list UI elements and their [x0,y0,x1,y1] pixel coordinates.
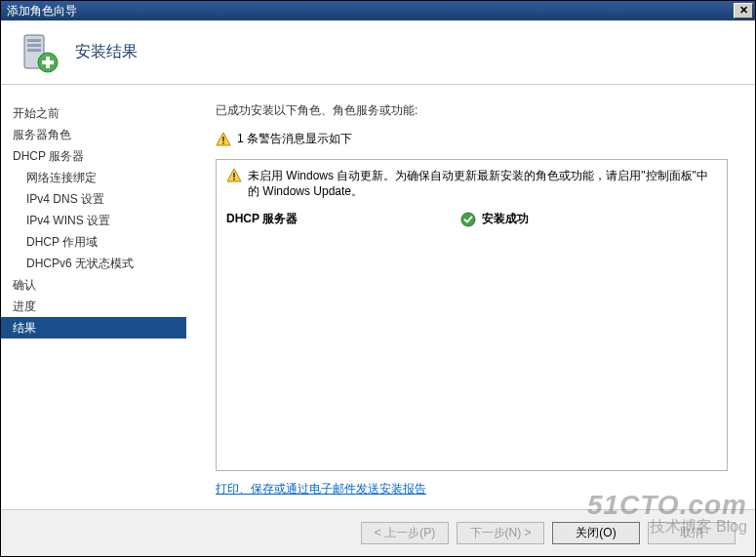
svg-rect-6 [42,60,54,64]
svg-rect-9 [233,173,235,178]
status-value-text: 安装成功 [482,211,529,227]
warning-icon [216,132,231,147]
wizard-window: 添加角色向导 ✕ 安装结果 开始之前服务器角色DHCP 服务器网络连接绑定IPv… [0,0,756,557]
status-label: DHCP 服务器 [226,211,460,227]
close-button[interactable]: 关闭(O) [552,522,640,544]
sidebar-item-7[interactable]: DHCPv6 无状态模式 [1,253,186,274]
sidebar-item-2[interactable]: DHCP 服务器 [1,145,186,167]
svg-rect-7 [222,137,224,141]
info-message: 未启用 Windows 自动更新。为确保自动更新最新安装的角色或功能，请启用"控… [248,168,717,199]
report-link[interactable]: 打印、保存或通过电子邮件发送安装报告 [216,482,426,496]
sidebar-item-5[interactable]: IPv4 WINS 设置 [1,210,186,231]
svg-rect-2 [27,44,41,47]
success-icon [460,212,476,227]
next-button: 下一步(N) > [457,522,544,544]
sidebar-item-10[interactable]: 结果 [1,317,186,338]
report-link-row: 打印、保存或通过电子邮件发送安装报告 [216,481,728,497]
prev-button: < 上一步(P) [361,522,449,544]
svg-rect-8 [222,142,224,144]
sidebar-item-6[interactable]: DHCP 作用域 [1,231,186,253]
warning-summary-text: 1 条警告消息显示如下 [237,131,352,147]
warning-icon [226,168,242,183]
sidebar-item-1[interactable]: 服务器角色 [1,124,186,145]
titlebar: 添加角色向导 ✕ [1,1,755,20]
button-bar: < 上一步(P) 下一步(N) > 关闭(O) 取消 [1,509,755,556]
sidebar-item-0[interactable]: 开始之前 [1,102,186,124]
sidebar-item-4[interactable]: IPv4 DNS 设置 [1,188,186,210]
sidebar-item-8[interactable]: 确认 [1,274,186,296]
sidebar-item-9[interactable]: 进度 [1,296,186,317]
content-pane: 已成功安装以下角色、角色服务或功能: 1 条警告消息显示如下 [186,85,755,509]
header: 安装结果 [1,20,755,85]
intro-text: 已成功安装以下角色、角色服务或功能: [216,102,728,119]
svg-rect-10 [233,179,235,180]
body: 开始之前服务器角色DHCP 服务器网络连接绑定IPv4 DNS 设置IPv4 W… [1,85,755,509]
svg-rect-3 [27,49,41,52]
status-value: 安装成功 [460,211,529,227]
warning-summary-row: 1 条警告消息显示如下 [216,131,728,147]
sidebar: 开始之前服务器角色DHCP 服务器网络连接绑定IPv4 DNS 设置IPv4 W… [1,85,186,509]
close-icon[interactable]: ✕ [734,3,753,19]
cancel-button: 取消 [648,522,736,544]
svg-rect-1 [27,39,41,42]
sidebar-item-3[interactable]: 网络连接绑定 [1,167,186,188]
server-role-icon [19,31,61,74]
status-row: DHCP 服务器 安装成功 [226,209,717,229]
result-box: 未启用 Windows 自动更新。为确保自动更新最新安装的角色或功能，请启用"控… [216,159,728,471]
page-title: 安装结果 [75,42,138,62]
window-title: 添加角色向导 [7,3,77,20]
info-row: 未启用 Windows 自动更新。为确保自动更新最新安装的角色或功能，请启用"控… [226,168,717,199]
